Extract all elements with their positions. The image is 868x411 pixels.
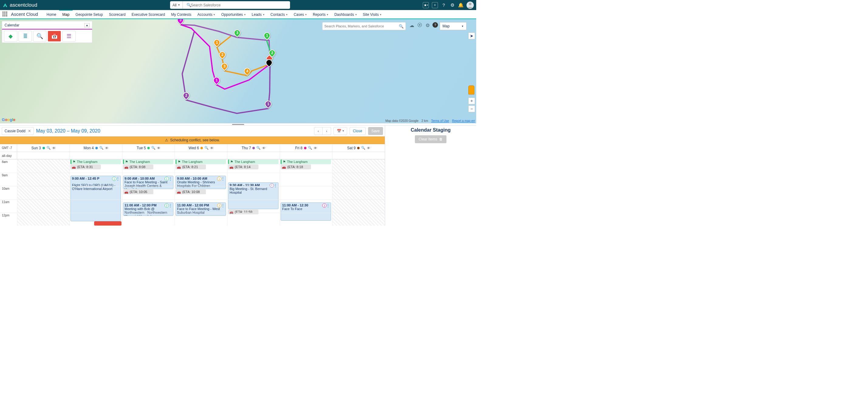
list-icon[interactable]: ☰ — [62, 31, 75, 42]
start-location[interactable]: ⚑ The Langham — [70, 159, 121, 164]
nav-tab-opportunities[interactable]: Opportunities▾ — [218, 10, 248, 18]
toggle-visibility-icon[interactable]: 👁 — [157, 146, 160, 150]
toggle-visibility-icon[interactable]: 👁 — [367, 146, 370, 150]
user-avatar[interactable] — [466, 2, 474, 9]
search-day-icon[interactable]: 🔍 — [99, 146, 103, 150]
day-col-sat[interactable] — [332, 159, 385, 226]
calendar-icon[interactable]: 📅 — [48, 31, 61, 42]
add-icon[interactable]: ＋ — [432, 2, 438, 8]
map-search-icon[interactable]: 🔍 — [33, 31, 46, 42]
drive-segment[interactable]: 🚗 13 minutes (ETA: 8:14 AM) — [228, 165, 258, 169]
event-tue-2[interactable]: 11:00 AM - 12:00 PM2⋮ Meeting with Bob @… — [123, 202, 174, 216]
event-menu-icon[interactable]: ⋮ — [221, 203, 225, 208]
search-scope-dropdown[interactable]: All▼ — [170, 1, 183, 9]
chevron-down-icon[interactable]: ▾ — [286, 13, 288, 16]
nav-tab-scorecard[interactable]: Scorecard — [106, 10, 129, 18]
chevron-down-icon[interactable]: ▾ — [380, 13, 381, 16]
next-week-button[interactable]: › — [322, 127, 331, 135]
map-marker[interactable]: 1 — [213, 77, 220, 85]
nav-tab-site-visits[interactable]: Site Visits▾ — [360, 10, 384, 18]
start-location[interactable]: ⚑ The Langham — [123, 159, 174, 164]
search-day-icon[interactable]: 🔍 — [205, 146, 209, 150]
toggle-visibility-icon[interactable]: 👁 — [262, 146, 266, 150]
chevron-down-icon[interactable]: ▾ — [214, 13, 215, 16]
day-col-fri[interactable]: ⚑ The Langham 🚗 17 minutes (ETA: 8:18 AM… — [280, 159, 332, 226]
cloud-icon[interactable]: ☁ — [409, 22, 415, 28]
favorites-icon[interactable]: ★▾ — [423, 2, 429, 8]
chevron-down-icon[interactable]: ▾ — [244, 13, 246, 16]
day-col-mon[interactable]: ⚑ The Langham 🚗 30 minutes (ETA: 8:31 AM… — [69, 159, 122, 226]
event-flight[interactable]: 9:00 AM - 12:45 P 1⋮ Flight SFO to ORD (… — [70, 176, 121, 221]
nav-tab-geopointe-setup[interactable]: Geopointe Setup — [72, 10, 106, 18]
pegman-icon[interactable] — [468, 85, 474, 94]
event-menu-icon[interactable]: ⋮ — [221, 177, 225, 181]
save-button[interactable]: Save — [368, 127, 383, 135]
event-wed-1[interactable]: 9:00 AM - 10:00 AM1⋮ Onsite Meeting - Sh… — [176, 176, 226, 189]
map-search-submit-icon[interactable]: 🔍 — [399, 24, 404, 29]
collapse-icon[interactable]: ▲ — [85, 23, 90, 27]
start-location[interactable]: ⚑ The Langham — [228, 159, 279, 164]
nav-tab-home[interactable]: Home — [43, 10, 59, 18]
event-thu-1[interactable]: 9:30 AM - 11:30 AM1⋮ Big Meeting - St. B… — [228, 182, 279, 209]
map-marker[interactable]: 1 — [214, 39, 220, 48]
map-marker[interactable] — [266, 59, 272, 68]
drive-segment[interactable]: 🚗 30 minutes (ETA: 8:31 AM) — [70, 165, 101, 169]
toggle-visibility-icon[interactable]: 👁 — [314, 146, 317, 150]
event-wed-2[interactable]: 11:00 AM - 12:00 PM2⋮ Face to Face Meeti… — [176, 202, 226, 216]
zoom-out-button[interactable]: − — [468, 106, 475, 112]
chevron-down-icon[interactable]: ▾ — [327, 13, 328, 16]
prev-week-button[interactable]: ‹ — [314, 127, 322, 135]
map-marker[interactable]: 1 — [264, 32, 270, 41]
calendar-picker-button[interactable]: 📅▾ — [334, 127, 347, 135]
map-marker[interactable]: 2 — [219, 51, 226, 60]
nav-tab-accounts[interactable]: Accounts▾ — [194, 10, 218, 18]
search-day-icon[interactable]: 🔍 — [46, 146, 51, 150]
nav-tab-dashboards[interactable]: Dashboards▾ — [331, 10, 360, 18]
map-marker[interactable]: 2 — [183, 92, 189, 100]
locate-icon[interactable]: ➤ — [468, 32, 475, 39]
chevron-down-icon[interactable]: ▾ — [305, 13, 307, 16]
drive-segment[interactable]: 🚗 7 minutes (ETA: 8:08 AM) — [123, 165, 153, 169]
start-location[interactable]: ⚑ The Langham — [176, 159, 226, 164]
day-col-wed[interactable]: ⚑ The Langham 🚗 20 minutes (ETA: 8:21 AM… — [175, 159, 227, 226]
search-day-icon[interactable]: 🔍 — [256, 146, 260, 150]
nav-tab-executive-scorecard[interactable]: Executive Scorecard — [128, 10, 168, 18]
terms-link[interactable]: Terms of Use — [431, 119, 449, 122]
map-marker[interactable]: 1 — [265, 100, 272, 109]
search-day-icon[interactable]: 🔍 — [151, 146, 155, 150]
event-menu-icon[interactable]: ⋮ — [168, 203, 172, 208]
search-day-icon[interactable]: 🔍 — [308, 146, 312, 150]
toggle-visibility-icon[interactable]: 👁 — [52, 146, 56, 150]
route-icon[interactable]: ◆ — [4, 31, 17, 42]
event-menu-icon[interactable]: ⋮ — [116, 177, 120, 181]
event-menu-icon[interactable]: ⋮ — [274, 183, 277, 187]
event-tue-1[interactable]: 9:00 AM - 10:00 AM1⋮ Face to Face Meetin… — [123, 176, 174, 189]
map-type-dropdown[interactable]: Map▼ — [440, 22, 466, 30]
day-col-sun[interactable] — [17, 159, 69, 226]
toggle-visibility-icon[interactable]: 👁 — [210, 146, 214, 150]
traffic-icon[interactable]: ⦿ — [417, 22, 423, 28]
drive-segment[interactable]: 🚗 20 minutes (ETA: 8:21 AM) — [176, 165, 206, 169]
toggle-visibility-icon[interactable]: 👁 — [105, 146, 108, 150]
setup-gear-icon[interactable]: ⚙ — [450, 2, 455, 8]
zoom-in-button[interactable]: ＋ — [468, 97, 475, 104]
global-search-input[interactable] — [183, 1, 290, 9]
day-col-thu[interactable]: ⚑ The Langham 🚗 13 minutes (ETA: 8:14 AM… — [227, 159, 280, 226]
map-area[interactable]: 33112234121 Calendar ▲ 📂 ≣ 🔍 📅 ◆ ☰ 🔍 ☁ ⦿… — [0, 19, 476, 123]
drive-segment[interactable]: 🚗 29 minutes (ETA: 11:59 AM) — [228, 209, 258, 214]
notifications-bell-icon[interactable]: 🔔 — [458, 2, 463, 8]
map-marker[interactable]: 3 — [234, 29, 241, 38]
remove-user-icon[interactable]: ✕ — [28, 129, 31, 133]
event-menu-icon[interactable]: ⋮ — [168, 177, 172, 181]
map-panel-header[interactable]: Calendar ▲ — [2, 21, 92, 29]
search-day-icon[interactable]: 🔍 — [361, 146, 365, 150]
drive-segment[interactable]: 🚗 17 minutes (ETA: 8:18 AM) — [281, 165, 311, 169]
map-marker[interactable]: 4 — [244, 68, 251, 76]
chevron-down-icon[interactable]: ▾ — [263, 13, 265, 16]
event-fri-1[interactable]: 11:00 AM - 12:301⋮ Face To Face — [281, 202, 331, 221]
conflict-event[interactable] — [94, 221, 122, 226]
nav-tab-reports[interactable]: Reports▾ — [310, 10, 331, 18]
app-launcher-icon[interactable] — [2, 11, 8, 17]
help-icon[interactable]: ? — [441, 2, 446, 8]
drive-segment[interactable]: 🚗 5 minutes (ETA: 10:05 AM) — [123, 189, 153, 194]
